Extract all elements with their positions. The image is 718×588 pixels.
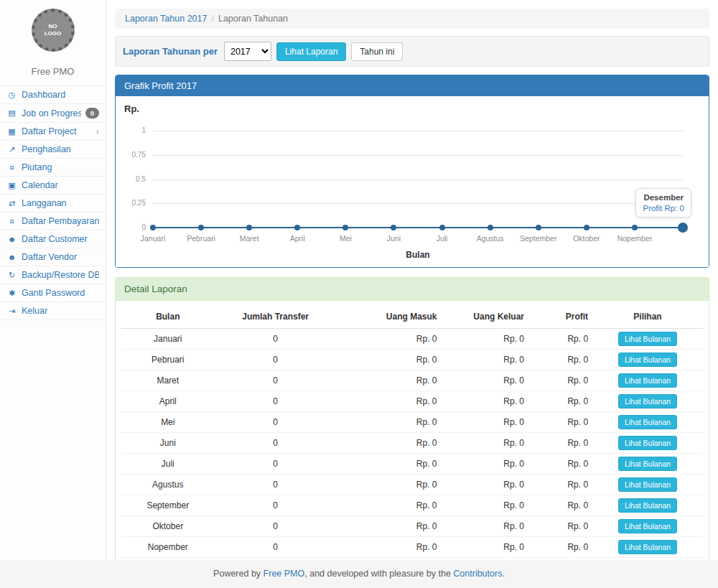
table-cell: Rp. 0	[337, 412, 442, 433]
table-cell-action: Lihat Bulanan	[592, 454, 703, 475]
chart-profit-line	[153, 227, 683, 228]
users-icon: ☻	[6, 235, 17, 243]
table-cell: Pebruari	[121, 350, 215, 370]
table-cell: 0	[215, 495, 337, 516]
view-monthly-button-mei[interactable]: Lihat Bulanan	[618, 415, 677, 429]
view-monthly-button-april[interactable]: Lihat Bulanan	[618, 394, 677, 409]
table-cell: Rp. 0	[528, 350, 592, 370]
brand-name: Free PMO	[0, 66, 106, 77]
view-report-button[interactable]: Lihat Laporan	[276, 42, 346, 61]
chart-x-tick-label: Juli	[437, 234, 448, 243]
sidebar-item-daftar-vendor[interactable]: ☻Daftar Vendor	[0, 248, 106, 266]
chart-point-nopember[interactable]	[632, 225, 638, 230]
table-cell: Rp. 0	[528, 516, 592, 537]
table-cell: Oktober	[121, 516, 215, 537]
view-monthly-button-september[interactable]: Lihat Bulanan	[618, 498, 677, 513]
sidebar-item-dashboard[interactable]: ◷Dashboard	[0, 86, 106, 104]
column-header-pilihan: Pilihan	[592, 305, 703, 329]
sidebar-item-label: Job on Progress	[22, 108, 81, 118]
sidebar-item-daftar-project[interactable]: ▦Daftar Project‹	[0, 123, 106, 141]
table-cell: Rp. 0	[337, 516, 442, 537]
table-cell: 0	[215, 454, 337, 475]
chart-point-mei[interactable]	[342, 225, 348, 230]
sidebar-item-piutang[interactable]: ¤Piutang	[0, 159, 106, 177]
tooltip-title: Desember	[643, 193, 684, 202]
chart-x-tick-label: Maret	[240, 234, 259, 243]
chart-y-tick-label: 0.25	[120, 199, 146, 207]
view-monthly-button-januari[interactable]: Lihat Bulanan	[618, 332, 677, 346]
chart-x-tick-label: Mei	[340, 234, 352, 243]
breadcrumb-current: Laporan Tahunan	[218, 14, 288, 24]
table-cell: 0	[215, 412, 337, 433]
table-cell: Rp. 0	[441, 454, 528, 475]
table-cell: Rp. 0	[337, 454, 442, 475]
table-cell-action: Lihat Bulanan	[592, 537, 703, 558]
chart-x-tick-label: Pebruari	[187, 234, 215, 243]
report-table: BulanJumlah TransferUang MasukUang Kelua…	[121, 305, 703, 588]
breadcrumb-link-laporan-tahun[interactable]: Laporan Tahun 2017	[125, 14, 207, 24]
table-cell: Rp. 0	[441, 516, 528, 537]
table-row: Oktober0Rp. 0Rp. 0Rp. 0Lihat Bulanan	[121, 516, 703, 537]
lock-icon: ✱	[6, 289, 17, 298]
chart-point-april[interactable]	[294, 225, 300, 230]
sidebar-item-label: Dashboard	[22, 90, 99, 100]
count-badge: 0	[85, 108, 99, 118]
chart-point-september[interactable]	[536, 225, 541, 230]
table-row: Juni0Rp. 0Rp. 0Rp. 0Lihat Bulanan	[121, 433, 703, 454]
table-cell: Juli	[121, 454, 215, 475]
chart-point-pebruari[interactable]	[198, 225, 204, 230]
table-cell: Rp. 0	[441, 391, 528, 412]
table-cell: Rp. 0	[528, 329, 592, 350]
view-monthly-button-juli[interactable]: Lihat Bulanan	[618, 457, 677, 471]
page: NO LOGO Free PMO ◷Dashboard▤Job on Progr…	[0, 0, 718, 588]
refresh-icon: ↻	[6, 271, 17, 280]
view-monthly-button-juni[interactable]: Lihat Bulanan	[618, 436, 677, 450]
year-select[interactable]: 2017	[224, 42, 271, 61]
this-year-button[interactable]: Tahun ini	[351, 42, 403, 61]
chart-point-agustus[interactable]	[488, 225, 493, 230]
chart-point-oktober[interactable]	[584, 225, 589, 230]
table-row: April0Rp. 0Rp. 0Rp. 0Lihat Bulanan	[121, 391, 703, 412]
table-cell-action: Lihat Bulanan	[592, 433, 703, 454]
sidebar-item-keluar[interactable]: ⇥Keluar	[0, 302, 106, 320]
sidebar-item-langganan[interactable]: ⇄Langganan	[0, 195, 106, 213]
sidebar-item-backup-restore-db[interactable]: ↻Backup/Restore DB	[0, 266, 106, 284]
table-row: Nopember0Rp. 0Rp. 0Rp. 0Lihat Bulanan	[121, 537, 703, 558]
view-monthly-button-agustus[interactable]: Lihat Bulanan	[618, 477, 677, 492]
sidebar-item-daftar-pembayaran[interactable]: ¤Daftar Pembayaran	[0, 213, 106, 230]
chart-point-desember[interactable]	[678, 223, 688, 233]
table-cell: 0	[215, 391, 337, 412]
chart-point-januari[interactable]	[150, 225, 156, 230]
table-row: Januari0Rp. 0Rp. 0Rp. 0Lihat Bulanan	[121, 329, 703, 350]
sidebar-item-calendar[interactable]: ▣Calendar	[0, 177, 106, 195]
view-monthly-button-maret[interactable]: Lihat Bulanan	[618, 373, 677, 388]
table-cell: Rp. 0	[441, 475, 528, 495]
profit-chart: Rp. Desember Profit Rp: 0 Bulan 10.750.5…	[116, 96, 709, 267]
table-cell: 0	[215, 475, 337, 495]
view-monthly-button-nopember[interactable]: Lihat Bulanan	[618, 540, 677, 554]
view-monthly-button-pebruari[interactable]: Lihat Bulanan	[618, 353, 677, 367]
chart-point-maret[interactable]	[246, 225, 252, 230]
logo-text: NO LOGO	[41, 23, 65, 38]
sidebar-item-penghasilan[interactable]: ↗Penghasilan	[0, 141, 106, 159]
tooltip-value: Profit Rp: 0	[643, 204, 684, 213]
sidebar-item-ganti-password[interactable]: ✱Ganti Password	[0, 284, 106, 302]
chart-point-juni[interactable]	[391, 225, 396, 230]
chart-point-juli[interactable]	[439, 225, 445, 230]
view-monthly-button-oktober[interactable]: Lihat Bulanan	[618, 519, 677, 533]
footer-link-free-pmo[interactable]: Free PMO	[264, 569, 305, 579]
chart-x-axis-title: Bulan	[153, 250, 683, 260]
table-cell: Rp. 0	[528, 495, 592, 516]
sidebar-item-daftar-customer[interactable]: ☻Daftar Customer	[0, 230, 106, 248]
sidebar-item-label: Calendar	[22, 180, 99, 190]
footer-link-contributors[interactable]: Contributors.	[453, 569, 505, 579]
money-icon: ¤	[6, 163, 17, 172]
table-cell: Rp. 0	[337, 391, 442, 412]
breadcrumb: Laporan Tahun 2017/Laporan Tahunan	[115, 9, 709, 29]
table-cell-action: Lihat Bulanan	[592, 350, 703, 370]
table-cell-action: Lihat Bulanan	[592, 412, 703, 433]
table-cell: Rp. 0	[528, 412, 592, 433]
table-cell-action: Lihat Bulanan	[592, 475, 703, 495]
sidebar-item-job-on-progress[interactable]: ▤Job on Progress0	[0, 104, 106, 123]
table-cell: Juni	[121, 433, 215, 454]
